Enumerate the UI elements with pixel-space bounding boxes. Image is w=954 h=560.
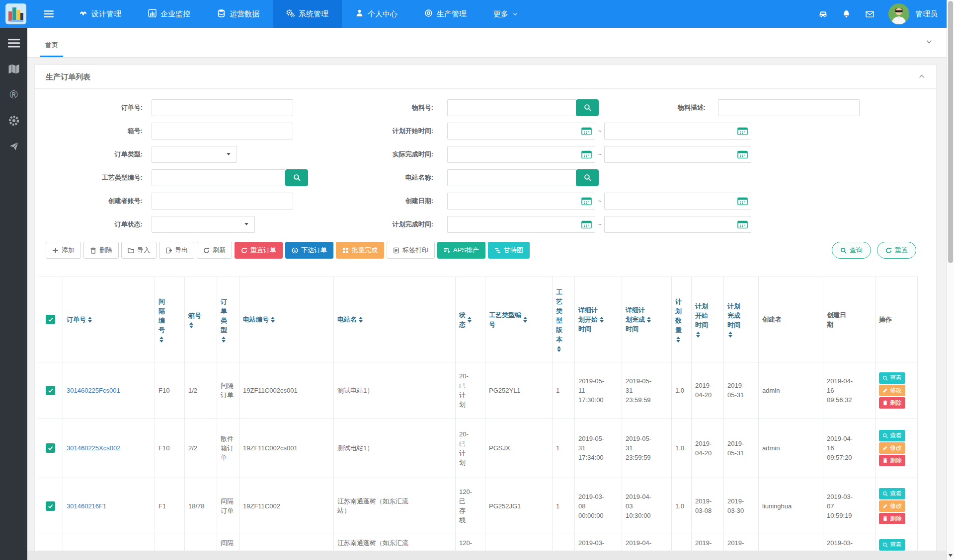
username-label[interactable]: 管理员 xyxy=(915,9,938,19)
scrollbar-thumb[interactable] xyxy=(948,1,953,263)
gear-icon[interactable] xyxy=(7,114,20,127)
tabbar-chevron-down-icon[interactable] xyxy=(926,38,933,47)
select-all-checkbox[interactable] xyxy=(46,315,55,324)
gantt-chart-button[interactable]: 甘特图 xyxy=(488,242,530,259)
process-type-search-button[interactable] xyxy=(285,169,308,186)
nav-item-system[interactable]: 系统管理 xyxy=(273,0,342,28)
sort-arrows-icon[interactable] xyxy=(468,317,472,323)
select-all-header[interactable] xyxy=(38,277,63,362)
sort-arrows-icon[interactable] xyxy=(600,317,604,323)
user-avatar[interactable] xyxy=(888,3,909,24)
sort-arrows-icon[interactable] xyxy=(359,317,363,323)
order-status-select[interactable] xyxy=(152,216,255,233)
column-header-detail_end[interactable]: 详细计 划完成 时间 xyxy=(622,277,672,362)
mail-icon[interactable] xyxy=(865,9,874,19)
sort-arrows-icon[interactable] xyxy=(88,317,92,323)
row-checkbox[interactable] xyxy=(46,386,55,395)
bell-icon[interactable] xyxy=(842,9,851,19)
column-header-station_no[interactable]: 电站编号 xyxy=(239,277,334,362)
app-logo[interactable] xyxy=(0,0,32,28)
actual-finish-to-input[interactable] xyxy=(604,146,751,163)
delete-action-button[interactable]: 删除 xyxy=(879,455,905,466)
create-date-from-input[interactable] xyxy=(447,193,595,210)
creator-account-input[interactable] xyxy=(152,193,293,210)
row-checkbox[interactable] xyxy=(46,443,55,453)
sort-arrows-icon[interactable] xyxy=(676,337,688,343)
nav-item-operations[interactable]: 运营数据 xyxy=(204,0,273,28)
station-search-button[interactable] xyxy=(576,169,599,186)
sort-arrows-icon[interactable] xyxy=(728,332,755,338)
sort-arrows-icon[interactable] xyxy=(523,317,527,323)
edit-action-button[interactable]: 修改 xyxy=(879,500,905,512)
nav-item-profile[interactable]: 个人中心 xyxy=(342,0,411,28)
view-action-button[interactable]: 查看 xyxy=(879,539,905,551)
plan-start-to-input[interactable] xyxy=(604,123,751,140)
send-icon[interactable] xyxy=(7,140,20,153)
column-header-plan_qty[interactable]: 计 划 数 量 xyxy=(672,277,692,362)
tab-home[interactable]: 首页 xyxy=(40,34,63,57)
order-no-input[interactable] xyxy=(152,99,293,116)
sort-arrows-icon[interactable] xyxy=(222,337,236,343)
nav-item-design[interactable]: 设计管理 xyxy=(66,0,135,28)
scrollbar-down-arrow-icon[interactable] xyxy=(949,554,953,557)
create-date-to-input[interactable] xyxy=(604,193,751,210)
column-header-order_no[interactable]: 订单号 xyxy=(63,277,155,362)
delete-button[interactable]: 删除 xyxy=(83,242,119,259)
export-button[interactable]: 导出 xyxy=(159,242,194,259)
sort-arrows-icon[interactable] xyxy=(557,346,571,352)
material-desc-input[interactable] xyxy=(718,99,860,116)
reset-order-button[interactable]: 重置订单 xyxy=(235,242,283,259)
label-print-button[interactable]: 标签打印 xyxy=(387,242,435,259)
map-icon[interactable] xyxy=(7,63,20,75)
nav-item-monitor[interactable]: 企业监控 xyxy=(135,0,204,28)
column-header-process_ver[interactable]: 工 艺 类 型 版 本 xyxy=(553,277,575,362)
refresh-button[interactable]: 刷新 xyxy=(197,242,232,259)
plan-finish-from-input[interactable] xyxy=(447,216,595,233)
column-header-process_no[interactable]: 工艺类型编 号 xyxy=(485,277,553,362)
column-header-interval_no[interactable]: 间 隔 编 号 xyxy=(155,277,185,362)
process-type-no-input[interactable] xyxy=(152,169,286,186)
column-header-order_type[interactable]: 订 单 类 型 xyxy=(217,277,239,362)
aps-schedule-button[interactable]: APS排产 xyxy=(437,242,485,259)
collapse-chevron-up-icon[interactable] xyxy=(918,73,925,82)
delete-action-button[interactable]: 删除 xyxy=(879,397,905,409)
nav-item-production[interactable]: 生产管理 xyxy=(411,0,480,28)
sort-arrows-icon[interactable] xyxy=(159,337,181,343)
station-name-input[interactable] xyxy=(447,169,576,186)
column-header-station_name[interactable]: 电站名 xyxy=(334,277,456,362)
nav-hamburger-icon[interactable] xyxy=(32,0,66,28)
menu-list-icon[interactable] xyxy=(7,37,20,50)
sort-arrows-icon[interactable] xyxy=(189,322,213,328)
delete-action-button[interactable]: 删除 xyxy=(879,513,905,524)
column-header-status[interactable]: 状 态 xyxy=(456,277,485,362)
reset-button[interactable]: 重置 xyxy=(877,242,916,259)
view-action-button[interactable]: 查看 xyxy=(879,430,905,441)
column-header-detail_start[interactable]: 详细计 划开始 时间 xyxy=(575,277,622,362)
sort-arrows-icon[interactable] xyxy=(271,317,275,323)
registered-icon[interactable]: ® xyxy=(7,88,20,101)
add-button[interactable]: 添加 xyxy=(46,242,81,259)
view-action-button[interactable]: 查看 xyxy=(879,488,905,499)
edit-action-button[interactable]: 修改 xyxy=(879,385,905,396)
order-no-link[interactable]: 301460225Fcs001 xyxy=(67,387,120,394)
sort-arrows-icon[interactable] xyxy=(696,332,720,338)
order-type-select[interactable] xyxy=(152,146,237,163)
release-order-button[interactable]: 下达订单 xyxy=(285,242,333,259)
nav-item-more[interactable]: 更多 xyxy=(480,0,532,28)
column-header-plan_end[interactable]: 计划 完成 时间 xyxy=(724,277,759,362)
column-header-plan_start[interactable]: 计划 开始 时间 xyxy=(692,277,724,362)
edit-action-button[interactable]: 修改 xyxy=(879,442,905,454)
sort-arrows-icon[interactable] xyxy=(647,317,651,323)
plan-start-from-input[interactable] xyxy=(447,123,595,140)
order-no-link[interactable]: 301460216F1 xyxy=(67,502,106,510)
view-action-button[interactable]: 查看 xyxy=(879,372,905,384)
vehicle-icon[interactable] xyxy=(818,9,828,19)
import-button[interactable]: 导入 xyxy=(121,242,157,259)
material-no-input[interactable] xyxy=(447,99,576,116)
batch-complete-button[interactable]: 批量完成 xyxy=(336,242,384,259)
row-checkbox[interactable] xyxy=(46,501,55,511)
material-search-button[interactable] xyxy=(576,99,599,116)
box-no-input[interactable] xyxy=(152,123,293,140)
query-button[interactable]: 查询 xyxy=(832,242,871,259)
column-header-box_no[interactable]: 箱号 xyxy=(185,277,217,362)
